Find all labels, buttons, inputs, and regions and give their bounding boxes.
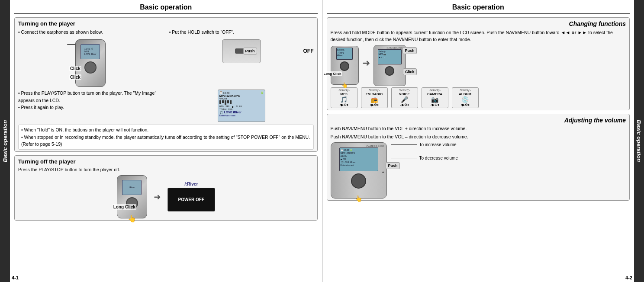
screen-format: MP3 128KBPS bbox=[219, 94, 240, 97]
right-page-title: Basic operation bbox=[327, 3, 630, 14]
vol-screen: ⌚ 10:40 🔋 MP3 128KBPS 44KHz ▶ 019 🎵 LOVE… bbox=[339, 147, 378, 171]
vol-push-label: Push bbox=[386, 162, 399, 169]
left-page-title: Basic operation bbox=[14, 3, 318, 14]
left-section: Basic operation Turning on the player • … bbox=[10, 0, 322, 282]
mode-mp3: Select▷ MP3 🎵 ♪▶⚙♦ bbox=[331, 87, 357, 108]
arrow-to-selection: ➜ bbox=[362, 58, 370, 69]
turning-on-subsection: Turning on the player • Connect the earp… bbox=[14, 17, 318, 152]
iriver-logo: i:River bbox=[184, 182, 198, 186]
mini-player-right: CAMERA INFO Select▷ MP3 📷 ▶ ♪ 🔧 bbox=[374, 45, 406, 86]
lcd-screen: ⌚ 10:40 🔋 MP3 128KBPS 44KHz bbox=[218, 90, 265, 122]
changing-functions-subsection: Changing functions Press and hold MODE b… bbox=[327, 17, 630, 110]
player-screen-off: iRiver bbox=[122, 180, 142, 195]
note-2: • When stopped or in recording standby m… bbox=[21, 134, 311, 148]
screen-battery: 🔋 bbox=[261, 91, 264, 94]
screen-time: ⌚ 10:40 bbox=[219, 91, 230, 94]
notes-box: • When "Hold" is ON, the buttons on the … bbox=[18, 125, 314, 150]
hold-bullet: • Put the HOLD switch to "OFF". bbox=[169, 29, 314, 36]
screen-album: Entertainment bbox=[219, 114, 235, 117]
poweroff-screen: POWER OFF bbox=[167, 188, 215, 212]
vol-increase-line bbox=[391, 144, 417, 145]
right-section: Basic operation Changing functions Press… bbox=[322, 0, 634, 282]
page-number-left: 4-1 bbox=[12, 275, 19, 280]
vol-nav-wheel bbox=[351, 173, 366, 189]
mini-screen-main: Select▷ 🎵MP3 iRiver bbox=[336, 48, 353, 60]
off-label: OFF bbox=[303, 48, 314, 54]
push-label: Push bbox=[243, 48, 257, 54]
right-player-changing: CAMERA INFO Select▷ MP3 📷 ▶ ♪ 🔧 Push bbox=[374, 45, 406, 86]
player-device-off: iRiver bbox=[117, 175, 147, 218]
right-side-label: Basic operation bbox=[634, 0, 644, 282]
page-number-right: 4-2 bbox=[625, 275, 632, 280]
click-label-2: Click bbox=[69, 74, 81, 80]
nav-arrows: ◄◄ or ►► bbox=[561, 30, 587, 35]
main-player-changing: Select▷ 🎵MP3 iRiver Long Click 👆 bbox=[331, 46, 359, 85]
vol-player: CAMERA INFO ⌚ 10:40 🔋 MP3 128KBPS 44KHz … bbox=[331, 142, 387, 199]
vol-minus: – bbox=[382, 186, 384, 189]
turning-off-text: Press the PLAY/STOP button to turn the p… bbox=[18, 167, 314, 173]
mini-screen-right: Select▷ MP3 📷 ▶ ♪ 🔧 bbox=[378, 49, 402, 64]
click-label-1: Click bbox=[69, 66, 81, 71]
screen-logo: 🎵 LOVE iRiver bbox=[219, 111, 242, 114]
volume-container: CAMERA INFO ⌚ 10:40 🔋 MP3 128KBPS 44KHz … bbox=[331, 142, 626, 199]
long-click-label: Long Click bbox=[113, 204, 136, 210]
arrow-right-off: ➜ bbox=[154, 192, 161, 202]
hold-device: Push bbox=[222, 39, 261, 63]
left-side-label: Basic operation bbox=[0, 0, 10, 282]
page-container: Basic operation Basic operation Turning … bbox=[0, 0, 644, 282]
mode-album: Select▷ ALBUM 💿 ♪▶⚙♦ bbox=[452, 87, 479, 108]
vol-line-2: Push NAVI/MENU button to the VOL – direc… bbox=[331, 134, 626, 141]
poweroff-text: POWER OFF bbox=[178, 197, 204, 202]
changing-functions-title: Changing functions bbox=[569, 19, 626, 29]
changing-functions-desc: Press and hold MODE button to appears cu… bbox=[331, 29, 626, 43]
vol-annotations: To increase volume To decrease volume bbox=[391, 142, 458, 160]
player-screen-1: 10:40 🎵 MP3 LOVE iRiver bbox=[80, 44, 100, 59]
player-nav-1 bbox=[84, 61, 97, 74]
mode-fm-radio: Select▷ FM RADIO 📻 ♪▶⚙♦ bbox=[361, 87, 388, 108]
mini-player-main: Select▷ 🎵MP3 iRiver bbox=[331, 46, 359, 85]
adjusting-volume-subsection: Adjusting the volume Push NAVI/MENU butt… bbox=[327, 114, 630, 201]
screen-freq: 44KHz bbox=[219, 97, 227, 100]
turning-off-subsection: Turning off the player Press the PLAY/ST… bbox=[14, 155, 318, 221]
screen-bars bbox=[219, 100, 232, 105]
vol-decrease-item: To decrease volume bbox=[391, 156, 458, 160]
vol-decrease-line bbox=[391, 158, 417, 158]
note-1: • When "Hold" is ON, the buttons on the … bbox=[21, 126, 311, 134]
player-device-1: 10:40 🎵 MP3 LOVE iRiver Click Click bbox=[75, 39, 106, 87]
screen-track: 019 SFL ▶ PLAY bbox=[219, 105, 242, 108]
turning-on-title: Turning on the player bbox=[18, 19, 314, 29]
camera-info-label: CAMERA INFO bbox=[375, 47, 405, 49]
push-label-right: Push bbox=[402, 47, 416, 54]
vol-line-1: Push NAVI/MENU button to the VOL + direc… bbox=[331, 125, 626, 132]
earphone-bullet: • Connect the earphones as shown below. bbox=[18, 29, 163, 36]
mode-voice: Select▷ VOICE 🎤 ♪▶⚙♦ bbox=[391, 87, 418, 108]
mode-boxes-row: Select▷ MP3 🎵 ♪▶⚙♦ Select▷ FM RADIO 📻 ♪▶… bbox=[331, 87, 626, 108]
adjusting-volume-title: Adjusting the volume bbox=[564, 116, 626, 125]
vol-increase-item: To increase volume bbox=[391, 142, 458, 147]
click-label-right: Click bbox=[403, 68, 417, 75]
vol-increase-label: To increase volume bbox=[419, 142, 457, 147]
vol-decrease-label: To decrease volume bbox=[419, 156, 458, 160]
playstop-bullet-1: • Press the PLAY/STOP button to turn on … bbox=[18, 90, 163, 104]
mode-camera: Select▷ CAMERA 📷 ♪▶⚙♦ bbox=[422, 87, 448, 108]
vol-plus: + bbox=[382, 170, 384, 174]
turning-off-title: Turning off the player bbox=[18, 157, 314, 167]
mini-nav-wheel-main bbox=[340, 61, 349, 71]
mini-nav-wheel-right bbox=[385, 66, 394, 76]
long-click-annot: Long Click bbox=[323, 71, 342, 76]
playstop-bullet-2: • Press it again to play. bbox=[18, 104, 163, 111]
